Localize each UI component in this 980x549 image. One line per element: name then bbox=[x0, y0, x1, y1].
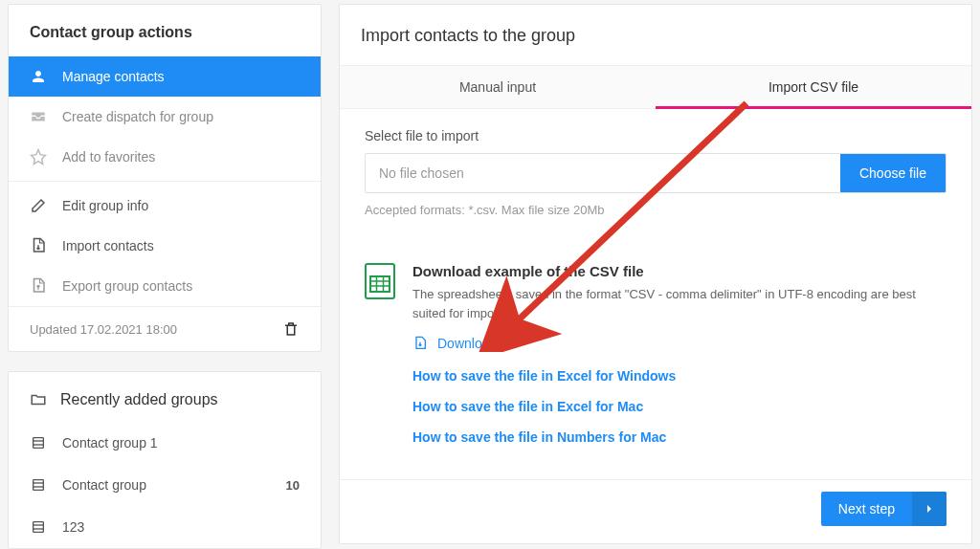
svg-rect-0 bbox=[33, 438, 44, 449]
sidebar-title: Contact group actions bbox=[9, 5, 321, 56]
export-icon bbox=[30, 277, 47, 295]
updated-label: Updated 17.02.2021 18:00 bbox=[30, 322, 177, 337]
tabs: Manual input Import CSV file bbox=[340, 65, 971, 109]
recently-title-label: Recently added groups bbox=[60, 391, 218, 408]
help-link-excel-windows[interactable]: How to save the file in Excel for Window… bbox=[412, 368, 947, 384]
example-block: Download example of the CSV file The spr… bbox=[365, 263, 947, 460]
spreadsheet-icon bbox=[365, 263, 395, 299]
sidebar-item-label: Manage contacts bbox=[62, 69, 165, 84]
group-icon bbox=[30, 518, 47, 536]
group-item[interactable]: Contact group 1 bbox=[9, 422, 321, 464]
edit-icon bbox=[30, 197, 47, 214]
group-item-label: Contact group bbox=[62, 477, 271, 493]
sidebar-item-label: Edit group info bbox=[62, 198, 148, 213]
svg-rect-7 bbox=[33, 524, 44, 525]
sidebar-item-label: Export group contacts bbox=[62, 278, 192, 294]
sidebar-item-label: Create dispatch for group bbox=[62, 109, 213, 124]
sidebar-item-export-contacts[interactable]: Export group contacts bbox=[9, 266, 321, 306]
svg-rect-6 bbox=[33, 522, 44, 533]
inbox-icon bbox=[30, 108, 47, 125]
sidebar-menu: Manage contacts Create dispatch for grou… bbox=[9, 56, 321, 306]
example-title: Download example of the CSV file bbox=[412, 263, 947, 279]
file-row: No file chosen Choose file bbox=[365, 153, 947, 193]
recently-added-groups-card: Recently added groups Contact group 1 Co… bbox=[8, 371, 322, 549]
sidebar-item-import-contacts[interactable]: Import contacts bbox=[9, 226, 321, 266]
star-icon bbox=[30, 148, 47, 165]
sidebar-item-add-favorites[interactable]: Add to favorites bbox=[9, 137, 321, 177]
group-item[interactable]: 123 bbox=[9, 506, 321, 548]
trash-icon[interactable] bbox=[282, 320, 300, 338]
file-input[interactable]: No file chosen bbox=[366, 154, 840, 192]
svg-rect-3 bbox=[33, 480, 44, 491]
download-file-label: Download file bbox=[437, 336, 518, 351]
group-item-count: 10 bbox=[286, 478, 300, 493]
accepted-formats-hint: Accepted formats: *.csv. Max file size 2… bbox=[365, 203, 947, 217]
tab-import-csv[interactable]: Import CSV file bbox=[656, 66, 971, 108]
next-step-button[interactable]: Next step bbox=[821, 492, 947, 526]
main-title: Import contacts to the group bbox=[340, 5, 971, 65]
chevron-right-icon bbox=[912, 492, 947, 526]
download-icon bbox=[412, 336, 428, 351]
sidebar-item-edit-group[interactable]: Edit group info bbox=[9, 186, 321, 226]
group-icon bbox=[30, 476, 47, 494]
group-item[interactable]: Contact group 10 bbox=[9, 464, 321, 506]
sidebar-item-label: Add to favorites bbox=[62, 149, 155, 165]
svg-rect-4 bbox=[33, 482, 44, 483]
download-file-link[interactable]: Download file bbox=[412, 336, 947, 351]
svg-rect-5 bbox=[33, 486, 44, 487]
group-item-label: Contact group 1 bbox=[62, 435, 300, 450]
tab-manual-input[interactable]: Manual input bbox=[340, 66, 656, 108]
contact-group-actions-card: Contact group actions Manage contacts Cr… bbox=[8, 4, 322, 352]
group-icon bbox=[30, 434, 47, 451]
folder-icon bbox=[30, 391, 47, 408]
group-item-label: 123 bbox=[62, 519, 300, 535]
select-file-label: Select file to import bbox=[365, 128, 947, 143]
example-description: The spreadsheets saved in the format "CS… bbox=[412, 285, 947, 322]
help-link-excel-mac[interactable]: How to save the file in Excel for Mac bbox=[412, 399, 947, 414]
svg-rect-10 bbox=[370, 276, 390, 292]
updated-row: Updated 17.02.2021 18:00 bbox=[9, 306, 321, 351]
sidebar-item-create-dispatch[interactable]: Create dispatch for group bbox=[9, 97, 321, 137]
import-icon bbox=[30, 237, 47, 254]
choose-file-button[interactable]: Choose file bbox=[840, 154, 946, 192]
svg-rect-2 bbox=[33, 444, 44, 445]
users-icon bbox=[30, 68, 47, 85]
svg-rect-8 bbox=[33, 528, 44, 529]
import-contacts-card: Import contacts to the group Manual inpu… bbox=[339, 4, 972, 544]
help-link-numbers-mac[interactable]: How to save the file in Numbers for Mac bbox=[412, 429, 947, 445]
svg-rect-1 bbox=[33, 440, 44, 441]
sidebar-item-manage-contacts[interactable]: Manage contacts bbox=[9, 56, 321, 97]
next-step-label: Next step bbox=[821, 492, 912, 526]
sidebar-divider bbox=[9, 181, 321, 182]
sidebar-item-label: Import contacts bbox=[62, 238, 154, 253]
